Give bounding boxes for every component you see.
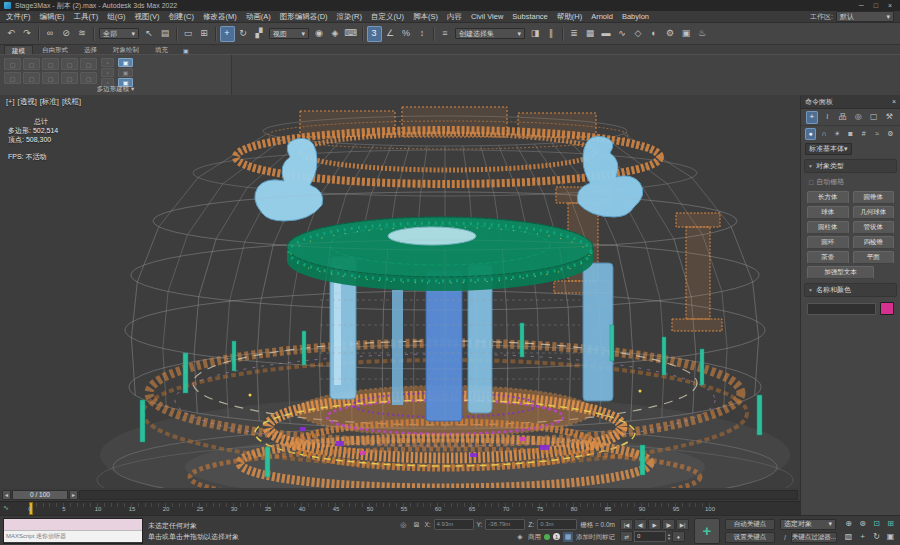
poly-modeling-button[interactable]: ▢ <box>80 72 97 84</box>
rectangular-selection-region-icon[interactable]: ▭ <box>181 26 196 42</box>
object-type-button[interactable]: 圆柱体 <box>807 221 849 234</box>
poly-modeling-button[interactable]: ▢ <box>23 72 40 84</box>
tab-create[interactable]: + <box>806 111 818 124</box>
maximize-icon[interactable]: □ <box>874 0 878 11</box>
spinner-snap-icon[interactable]: ↕ <box>415 26 430 42</box>
reference-coordinate-dropdown[interactable]: 视图▾ <box>269 28 309 39</box>
tab-hierarchy[interactable]: 品 <box>837 111 849 124</box>
ribbon-tab-4[interactable]: 对象绘制 <box>106 45 146 54</box>
y-coordinate-field[interactable]: -38.79m <box>485 519 525 530</box>
select-and-link-icon[interactable]: ∞ <box>43 26 58 42</box>
viewport-shading-menu[interactable]: [线框] <box>62 97 81 107</box>
use-pivot-center-icon[interactable]: ◉ <box>312 26 327 42</box>
x-coordinate-field[interactable]: 4.93m <box>434 519 474 530</box>
window-crossing-icon[interactable]: ⊞ <box>197 26 212 42</box>
schematic-view-icon[interactable]: ◇ <box>631 26 646 42</box>
menu-item[interactable]: 文件(F) <box>6 12 31 22</box>
menu-item[interactable]: 帮助(H) <box>557 12 582 22</box>
poly-modeling-button[interactable]: ▢ <box>23 58 40 70</box>
ribbon-tab-3[interactable]: 选择 <box>77 45 104 54</box>
auto-key-button[interactable]: 自动关键点 <box>725 519 775 530</box>
set-key-button[interactable]: + <box>694 518 720 544</box>
poly-modeling-button[interactable]: ▫ <box>101 68 114 77</box>
unlink-selection-icon[interactable]: ⊘ <box>59 26 74 42</box>
go-to-end-button[interactable]: ▶| <box>676 519 689 530</box>
toggle-scene-explorer-icon[interactable]: ≣ <box>567 26 582 42</box>
select-and-rotate-icon[interactable]: ↻ <box>236 26 251 42</box>
zoom-icon[interactable]: ⊕ <box>842 518 855 530</box>
tab-utilities[interactable]: ⚒ <box>883 111 895 124</box>
next-frame-button[interactable]: |▶ <box>662 519 675 530</box>
poly-modeling-button[interactable]: ▢ <box>61 72 78 84</box>
object-type-button[interactable]: 加强型文本 <box>807 266 874 279</box>
z-coordinate-field[interactable]: 0.3m <box>537 519 577 530</box>
object-color-swatch[interactable] <box>880 302 894 315</box>
named-selection-sets-dropdown[interactable]: 创建选择集▾ <box>455 28 525 39</box>
redo-icon[interactable]: ↷ <box>20 26 35 42</box>
zoom-region-icon[interactable]: ▧ <box>842 531 855 543</box>
add-time-tag-button[interactable]: 添加时间标记 <box>576 531 615 543</box>
menu-item[interactable]: 工具(T) <box>74 12 99 22</box>
category-cameras-icon[interactable]: ◙ <box>845 128 856 140</box>
notification-badge[interactable]: 1 <box>553 533 560 540</box>
menu-item[interactable]: 视图(V) <box>135 12 160 22</box>
object-type-button[interactable]: 管状体 <box>853 221 895 234</box>
poly-modeling-button[interactable]: ▢ <box>4 72 21 84</box>
object-type-button[interactable]: 球体 <box>807 206 849 219</box>
menu-item[interactable]: Arnold <box>591 12 613 21</box>
key-selection-dropdown[interactable]: 选定对象 ▾ <box>780 519 836 530</box>
menu-item[interactable]: 渲染(R) <box>337 12 362 22</box>
menu-item[interactable]: 创建(C) <box>169 12 194 22</box>
key-icon[interactable]: ♦ <box>672 531 685 542</box>
category-shapes-icon[interactable]: ∩ <box>818 128 829 140</box>
maxscript-mini-listener[interactable]: MAXScript 迷你侦听器 <box>3 518 143 544</box>
autogrid-checkbox[interactable]: □ 自动栅格 <box>801 175 900 189</box>
macro-recorder-line[interactable] <box>4 519 142 531</box>
menu-item[interactable]: Babylon <box>622 12 649 21</box>
angle-snap-icon[interactable]: ∠ <box>383 26 398 42</box>
snap-toggle-3d-icon[interactable]: 3 <box>367 26 382 42</box>
select-and-move-icon[interactable]: + <box>220 26 235 42</box>
zoom-extents-icon[interactable]: ⊡ <box>870 518 883 530</box>
category-geometry-icon[interactable]: ● <box>805 128 816 140</box>
viewport-plus-menu[interactable]: [+] <box>6 97 15 107</box>
menu-item[interactable]: 修改器(M) <box>203 12 237 22</box>
object-type-button[interactable]: 几何球体 <box>853 206 895 219</box>
listener-line[interactable]: MAXScript 迷你侦听器 <box>4 531 142 542</box>
tab-modify[interactable]: ≀ <box>821 111 833 124</box>
viewport-standard-menu[interactable]: [标准] <box>40 97 59 107</box>
rollout-object-type[interactable]: ▼ 对象类型 <box>804 159 897 173</box>
key-mode-toggle[interactable]: ⇄ <box>620 531 633 542</box>
select-by-name-icon[interactable]: ▤ <box>158 26 173 42</box>
menu-item[interactable]: Civil View <box>471 12 503 21</box>
object-type-button[interactable]: 长方体 <box>807 191 849 204</box>
time-slider-track[interactable] <box>79 490 798 500</box>
curve-editor-icon[interactable]: ∿ <box>615 26 630 42</box>
material-editor-icon[interactable]: ◐ <box>647 26 662 42</box>
object-type-button[interactable]: 茶壶 <box>807 251 849 264</box>
ribbon-tab-5[interactable]: 填充 <box>148 45 175 54</box>
rendered-frame-window-icon[interactable]: ▣ <box>679 26 694 42</box>
pan-icon[interactable]: + <box>856 531 869 543</box>
minimize-icon[interactable]: ─ <box>859 0 864 11</box>
isolate-selection-toggle[interactable]: ◎ <box>398 520 408 530</box>
menu-item[interactable]: 编辑(E) <box>40 12 65 22</box>
zoom-all-icon[interactable]: ⊛ <box>856 518 869 530</box>
frame-forward-button[interactable]: ▸ <box>69 490 78 500</box>
select-object-icon[interactable]: ↖ <box>142 26 157 42</box>
percent-snap-icon[interactable]: % <box>399 26 414 42</box>
category-lights-icon[interactable]: ☀ <box>832 128 843 140</box>
menu-item[interactable]: 脚本(S) <box>413 12 438 22</box>
primitive-category-dropdown[interactable]: 标准基本体 ▾ <box>805 143 852 155</box>
time-slider-handle[interactable]: 0 / 100 <box>12 490 68 500</box>
edit-named-selection-sets-icon[interactable]: ≡ <box>438 26 453 42</box>
category-helpers-icon[interactable]: # <box>858 128 869 140</box>
category-space-warps-icon[interactable]: ≈ <box>872 128 883 140</box>
mirror-icon[interactable]: ◨ <box>528 26 543 42</box>
selection-filter-dropdown[interactable]: 全部▾ <box>99 28 139 39</box>
go-to-start-button[interactable]: |◀ <box>620 519 633 530</box>
ribbon-tab-1[interactable]: 建模 <box>4 45 33 54</box>
frame-spinner[interactable]: ▲▼ <box>667 533 671 541</box>
select-and-manipulate-icon[interactable]: ◈ <box>328 26 343 42</box>
poly-modeling-button[interactable]: ▢ <box>61 58 78 70</box>
